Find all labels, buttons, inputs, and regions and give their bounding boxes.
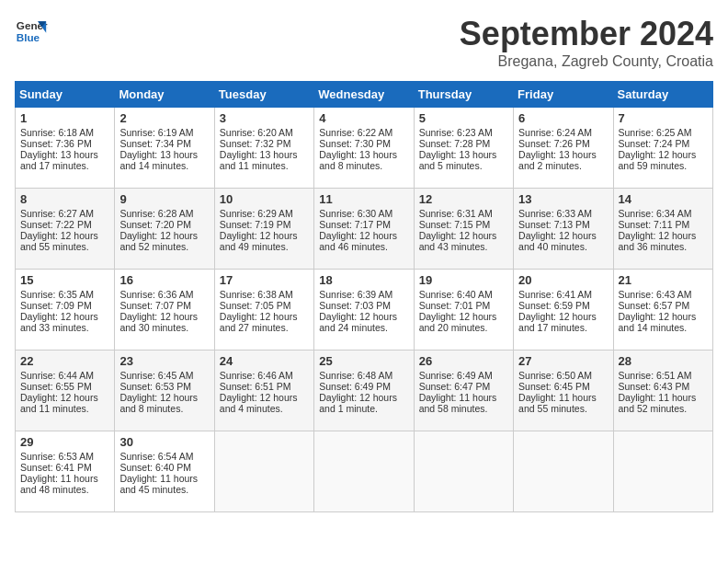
day-info: and 8 minutes. — [319, 160, 408, 171]
day-info: Sunset: 7:22 PM — [20, 219, 109, 230]
day-info: Sunset: 7:24 PM — [619, 138, 708, 149]
day-info: and 52 minutes. — [119, 241, 209, 252]
day-info: Sunrise: 6:20 AM — [220, 127, 309, 138]
calendar-body: 1Sunrise: 6:18 AMSunset: 7:36 PMDaylight… — [16, 108, 713, 512]
day-info: Sunset: 7:28 PM — [419, 138, 508, 149]
day-number: 11 — [319, 192, 408, 206]
calendar-cell: 7Sunrise: 6:25 AMSunset: 7:24 PMDaylight… — [613, 108, 712, 189]
day-info: Daylight: 12 hours — [419, 311, 508, 322]
month-title: September 2024 — [460, 15, 713, 53]
day-number: 20 — [518, 273, 608, 287]
day-info: Daylight: 11 hours — [419, 392, 508, 403]
calendar-week-row: 1Sunrise: 6:18 AMSunset: 7:36 PMDaylight… — [16, 108, 713, 189]
day-info: Daylight: 12 hours — [119, 392, 209, 403]
day-number: 7 — [619, 111, 708, 125]
day-number: 12 — [419, 192, 508, 206]
day-info: Daylight: 13 hours — [119, 149, 209, 160]
day-info: and 17 minutes. — [20, 160, 109, 171]
day-info: and 33 minutes. — [20, 322, 109, 333]
day-number: 29 — [20, 435, 109, 449]
day-info: and 1 minute. — [319, 403, 408, 414]
day-info: Sunrise: 6:19 AM — [119, 127, 209, 138]
day-header-sunday: Sunday — [16, 82, 115, 108]
calendar-cell: 4Sunrise: 6:22 AMSunset: 7:30 PMDaylight… — [314, 108, 414, 189]
day-info: Daylight: 12 hours — [619, 149, 708, 160]
day-info: Sunrise: 6:34 AM — [619, 208, 708, 219]
day-info: Sunset: 6:45 PM — [518, 381, 608, 392]
calendar-header: SundayMondayTuesdayWednesdayThursdayFrid… — [16, 82, 713, 108]
day-info: Daylight: 12 hours — [119, 230, 209, 241]
logo: General Blue — [15, 15, 48, 48]
day-info: and 5 minutes. — [419, 160, 508, 171]
calendar-cell: 9Sunrise: 6:28 AMSunset: 7:20 PMDaylight… — [115, 189, 214, 270]
day-info: and 11 minutes. — [220, 160, 309, 171]
day-info: Sunset: 7:07 PM — [119, 300, 209, 311]
calendar-week-row: 8Sunrise: 6:27 AMSunset: 7:22 PMDaylight… — [16, 189, 713, 270]
day-info: and 46 minutes. — [319, 241, 408, 252]
day-header-friday: Friday — [514, 82, 613, 108]
day-info: Sunrise: 6:41 AM — [518, 289, 608, 300]
day-info: Sunset: 6:59 PM — [518, 300, 608, 311]
day-info: Sunset: 7:13 PM — [518, 219, 608, 230]
day-info: Sunrise: 6:46 AM — [220, 370, 309, 381]
day-info: and 59 minutes. — [619, 160, 708, 171]
day-info: and 30 minutes. — [119, 322, 209, 333]
calendar-cell: 25Sunrise: 6:48 AMSunset: 6:49 PMDayligh… — [314, 350, 414, 431]
day-info: Sunrise: 6:22 AM — [319, 127, 408, 138]
day-info: Sunset: 7:03 PM — [319, 300, 408, 311]
day-info: Daylight: 13 hours — [220, 149, 309, 160]
day-info: and 11 minutes. — [20, 403, 109, 414]
day-info: and 49 minutes. — [220, 241, 309, 252]
day-info: Daylight: 12 hours — [220, 230, 309, 241]
day-number: 8 — [20, 192, 109, 206]
calendar-cell: 6Sunrise: 6:24 AMSunset: 7:26 PMDaylight… — [514, 108, 613, 189]
day-info: Daylight: 12 hours — [518, 230, 608, 241]
calendar-cell: 26Sunrise: 6:49 AMSunset: 6:47 PMDayligh… — [414, 350, 513, 431]
title-block: September 2024 Bregana, Zagreb County, C… — [460, 15, 713, 70]
day-number: 14 — [619, 192, 708, 206]
logo-icon: General Blue — [15, 15, 48, 48]
day-number: 5 — [419, 111, 508, 125]
day-info: Daylight: 12 hours — [220, 311, 309, 322]
day-info: and 8 minutes. — [119, 403, 209, 414]
day-info: Sunrise: 6:44 AM — [20, 370, 109, 381]
calendar-cell: 5Sunrise: 6:23 AMSunset: 7:28 PMDaylight… — [414, 108, 513, 189]
calendar-table: SundayMondayTuesdayWednesdayThursdayFrid… — [15, 81, 713, 512]
calendar-cell: 15Sunrise: 6:35 AMSunset: 7:09 PMDayligh… — [16, 270, 115, 350]
day-info: Daylight: 12 hours — [319, 392, 408, 403]
day-info: Sunrise: 6:23 AM — [419, 127, 508, 138]
calendar-cell: 10Sunrise: 6:29 AMSunset: 7:19 PMDayligh… — [214, 189, 313, 270]
day-number: 1 — [20, 111, 109, 125]
day-info: and 14 minutes. — [119, 160, 209, 171]
day-header-tuesday: Tuesday — [214, 82, 313, 108]
day-number: 2 — [119, 111, 209, 125]
day-info: Daylight: 12 hours — [319, 230, 408, 241]
calendar-cell: 3Sunrise: 6:20 AMSunset: 7:32 PMDaylight… — [214, 108, 313, 189]
calendar-cell: 2Sunrise: 6:19 AMSunset: 7:34 PMDaylight… — [115, 108, 214, 189]
day-number: 15 — [20, 273, 109, 287]
day-info: Sunset: 7:01 PM — [419, 300, 508, 311]
day-info: and 45 minutes. — [119, 484, 209, 495]
calendar-cell: 11Sunrise: 6:30 AMSunset: 7:17 PMDayligh… — [314, 189, 414, 270]
day-info: Sunrise: 6:48 AM — [319, 370, 408, 381]
day-number: 24 — [220, 354, 309, 368]
day-number: 10 — [220, 192, 309, 206]
day-info: Sunset: 7:17 PM — [319, 219, 408, 230]
calendar-cell: 12Sunrise: 6:31 AMSunset: 7:15 PMDayligh… — [414, 189, 513, 270]
day-number: 26 — [419, 354, 508, 368]
day-info: Daylight: 11 hours — [518, 392, 608, 403]
calendar-cell: 16Sunrise: 6:36 AMSunset: 7:07 PMDayligh… — [115, 270, 214, 350]
day-number: 25 — [319, 354, 408, 368]
day-info: Sunset: 7:15 PM — [419, 219, 508, 230]
day-info: Daylight: 13 hours — [319, 149, 408, 160]
day-info: Sunset: 6:51 PM — [220, 381, 309, 392]
day-info: Daylight: 12 hours — [619, 311, 708, 322]
day-info: Sunset: 6:53 PM — [119, 381, 209, 392]
day-info: Daylight: 13 hours — [20, 149, 109, 160]
day-number: 19 — [419, 273, 508, 287]
calendar-cell: 19Sunrise: 6:40 AMSunset: 7:01 PMDayligh… — [414, 270, 513, 350]
day-info: Sunset: 6:57 PM — [619, 300, 708, 311]
day-number: 30 — [119, 435, 209, 449]
days-header-row: SundayMondayTuesdayWednesdayThursdayFrid… — [16, 82, 713, 108]
day-info: Sunrise: 6:18 AM — [20, 127, 109, 138]
